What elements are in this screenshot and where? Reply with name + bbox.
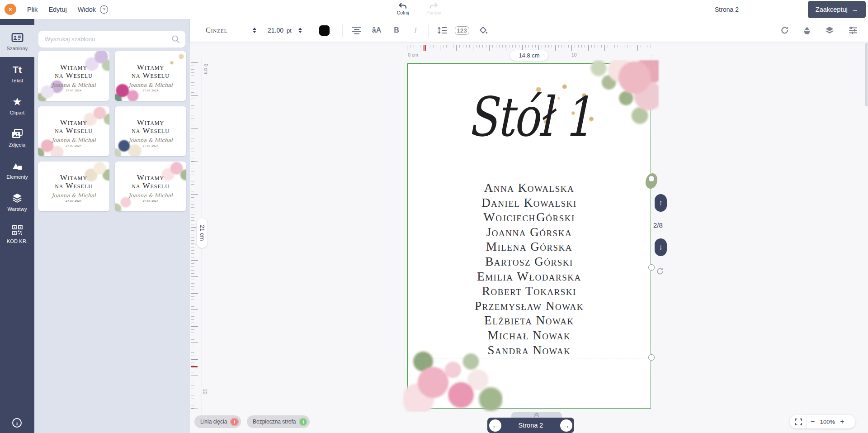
font-family-select[interactable]: Cinzel — [206, 19, 256, 42]
template-card[interactable]: Witamy na Weselu Joanna & Michał 27.07.2… — [38, 51, 109, 101]
template-title-line2: na Weselu — [132, 182, 170, 190]
layers-order-button[interactable] — [825, 26, 835, 35]
arrow-right-icon: → — [852, 6, 859, 13]
close-button[interactable]: × — [5, 4, 16, 15]
numbered-list-button[interactable]: 123 — [454, 19, 470, 42]
sidebar-item-layers[interactable]: Warstwy — [0, 186, 34, 218]
rotate-button[interactable] — [780, 26, 789, 35]
sidebar-item-clipart[interactable]: ★ Clipart — [0, 89, 34, 121]
template-title-line1: Witamy — [60, 63, 87, 71]
accept-button[interactable]: Zaakceptuj → — [808, 1, 866, 18]
template-title-line2: na Weselu — [132, 71, 170, 80]
table-title-text[interactable]: Stół 1 — [408, 86, 651, 149]
guest-name[interactable]: Robert Tokarski — [408, 284, 651, 299]
zoom-in-button[interactable]: + — [836, 418, 848, 426]
fit-to-screen-button[interactable] — [795, 418, 802, 426]
guest-name[interactable]: Anna Kowalska — [408, 181, 651, 195]
guest-name[interactable]: Elżbieta Nowak — [408, 313, 651, 328]
guest-name[interactable]: Joanna Górska — [408, 225, 651, 240]
guest-name[interactable]: Michał Nowak — [408, 328, 651, 343]
font-name: Cinzel — [206, 26, 249, 34]
spinner-icon[interactable] — [298, 28, 302, 33]
resize-handle-bottom[interactable] — [648, 354, 655, 361]
bold-button[interactable]: B — [389, 19, 404, 42]
sidebar-item-templates[interactable]: Szablony — [0, 25, 34, 57]
redo-button[interactable]: Ponów — [422, 2, 445, 15]
template-date: 27.07.2024 — [66, 200, 81, 202]
ruler-label-0cm: 0 cm — [408, 52, 418, 57]
adjustments-button[interactable] — [848, 26, 858, 35]
ruler-cursor-marker — [425, 45, 426, 51]
editor-root: × Plik Edytuj Widok ? Cofnij Ponów Stron… — [0, 0, 868, 433]
arrow-down-icon: ↓ — [659, 243, 663, 252]
guest-name[interactable]: Sandra Nowak — [408, 343, 651, 358]
page-navigation: ← Strona 2 → — [487, 418, 574, 433]
search-input[interactable] — [38, 36, 171, 43]
sidebar-item-photos[interactable]: Zdjęcia — [0, 121, 34, 153]
fill-color-button[interactable] — [476, 19, 491, 42]
guest-name[interactable]: WojciechGórski — [408, 210, 651, 225]
template-title-line2: na Weselu — [55, 127, 93, 135]
align-center-icon — [351, 26, 362, 34]
sidebar-item-text[interactable]: Tt Tekst — [0, 57, 34, 89]
letter-spacing-button[interactable]: āA — [369, 19, 384, 42]
next-page-button[interactable]: → — [560, 419, 572, 432]
page-height-badge: 21 cm — [196, 218, 208, 248]
safe-zone-toggle[interactable]: Bezpieczna strefa i — [247, 415, 310, 428]
next-object-button[interactable]: ↓ — [655, 238, 667, 256]
undo-button[interactable]: Cofnij — [392, 2, 414, 15]
template-date: 27.07.2024 — [66, 144, 81, 147]
template-date: 27.07.2024 — [142, 200, 158, 202]
align-center-button[interactable] — [349, 19, 364, 42]
resize-handle-middle[interactable] — [648, 264, 655, 271]
guest-name[interactable]: Daniel Kowalski — [408, 195, 651, 210]
numbered-list-icon: 123 — [455, 26, 469, 35]
info-button[interactable]: i — [12, 418, 22, 428]
resize-handle-top[interactable] — [648, 176, 655, 182]
guest-list-text[interactable]: Anna KowalskaDaniel KowalskiWojciechGórs… — [408, 181, 651, 357]
layers-stack-icon — [825, 26, 835, 35]
line-spacing-button[interactable] — [434, 19, 450, 42]
chevron-up-icon — [533, 413, 540, 417]
ruler-cursor-marker — [191, 366, 198, 367]
text-box-border — [408, 179, 651, 179]
template-couple-names: Joanna & Michał — [128, 192, 173, 199]
safe-zone-info-icon[interactable]: i — [299, 418, 307, 426]
cut-line-toggle[interactable]: Linia cięcia i — [194, 415, 241, 428]
menu-item-view[interactable]: Widok — [78, 6, 96, 13]
zoom-out-button[interactable]: − — [807, 418, 819, 426]
document-page[interactable]: Stół 1 Anna KowalskaDaniel KowalskiWojci… — [407, 63, 651, 409]
italic-button[interactable]: I — [408, 19, 423, 42]
template-title-line1: Witamy — [137, 174, 164, 182]
font-size-control[interactable]: 21.00 pt — [268, 19, 302, 42]
guest-name[interactable]: Bartosz Górski — [408, 254, 651, 269]
guest-name[interactable]: Milena Górska — [408, 239, 651, 254]
scrollbar[interactable] — [865, 43, 868, 106]
opacity-button[interactable] — [803, 26, 811, 35]
zoom-level: 100% — [819, 419, 836, 425]
cut-line-info-icon[interactable]: i — [230, 418, 239, 426]
sidebar-item-elements[interactable]: Elementy — [0, 153, 34, 186]
template-card[interactable]: Witamy na Weselu Joanna & Michał 27.07.2… — [38, 106, 109, 156]
text-color-swatch[interactable] — [319, 25, 330, 36]
template-card[interactable]: Witamy na Weselu Joanna & Michał 27.07.2… — [115, 51, 186, 101]
help-button[interactable]: ? — [100, 5, 108, 14]
template-title-line2: na Weselu — [55, 71, 93, 80]
letter-spacing-icon: āA — [372, 26, 381, 34]
guest-name[interactable]: Przemysław Nowak — [408, 299, 651, 314]
safe-zone-label: Bezpieczna strefa — [253, 419, 296, 425]
sidebar-item-qr-code[interactable]: KOD KR. — [0, 218, 34, 250]
spinner-icon[interactable] — [253, 28, 256, 33]
previous-page-button[interactable]: ← — [489, 419, 501, 432]
template-title-line2: na Weselu — [132, 127, 170, 135]
template-title-line1: Witamy — [60, 119, 87, 127]
template-card[interactable]: Witamy na Weselu Joanna & Michał 27.07.2… — [38, 162, 109, 211]
template-card[interactable]: Witamy na Weselu Joanna & Michał 27.07.2… — [115, 162, 186, 211]
text-tool-icon: Tt — [13, 63, 22, 76]
previous-object-button[interactable]: ↑ — [655, 194, 667, 212]
template-card[interactable]: Witamy na Weselu Joanna & Michał 27.07.2… — [115, 106, 186, 156]
guest-name[interactable]: Emilia Włodarska — [408, 269, 651, 284]
menu-item-edit[interactable]: Edytuj — [48, 6, 66, 13]
menu-item-file[interactable]: Plik — [27, 6, 38, 13]
rotate-handle[interactable] — [656, 267, 665, 277]
